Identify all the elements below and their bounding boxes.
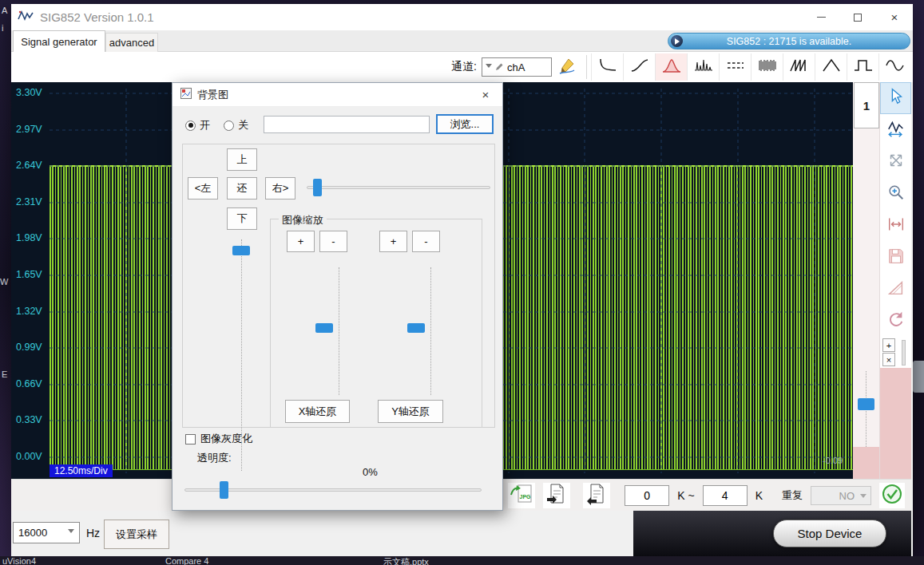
- slider-thumb[interactable]: [407, 323, 425, 333]
- tab-signal-generator[interactable]: Signal generator: [13, 30, 105, 52]
- close-button[interactable]: ×: [876, 4, 913, 30]
- dialog-close-button[interactable]: ×: [469, 83, 502, 106]
- tab-advanced[interactable]: advanced: [105, 33, 158, 52]
- save-tool-button[interactable]: [880, 242, 911, 274]
- x-zoom-slider[interactable]: [315, 266, 343, 398]
- repeat-label: 重复: [782, 488, 803, 503]
- ruler-tool-button[interactable]: [880, 274, 911, 306]
- slider-thumb[interactable]: [232, 246, 250, 255]
- move-up-button[interactable]: 上: [227, 148, 257, 171]
- trace-arrows-icon: [886, 119, 906, 141]
- slider-thumb[interactable]: [315, 323, 333, 333]
- taskbar-item[interactable]: Compare 4: [165, 556, 208, 565]
- waveform-pulse-button[interactable]: [847, 53, 878, 81]
- y-zoom-in-button[interactable]: +: [379, 231, 407, 252]
- stop-device-button[interactable]: Stop Device: [773, 520, 886, 547]
- edit-signal-button[interactable]: [555, 55, 579, 79]
- slider-thumb[interactable]: [220, 481, 228, 499]
- export-jpg-button[interactable]: JPG: [508, 483, 535, 508]
- pointer-tool-button[interactable]: [880, 82, 911, 114]
- x-zoom-in-button[interactable]: +: [287, 231, 315, 252]
- x-zoom-out-button[interactable]: -: [319, 231, 347, 252]
- horizontal-position-slider[interactable]: [307, 177, 490, 198]
- pencil-mini-icon: [495, 61, 504, 73]
- sidebar-slider-thumb[interactable]: [858, 398, 874, 410]
- scope-sidebar: 1 + ×: [853, 82, 911, 479]
- import-doc-button[interactable]: [583, 483, 610, 508]
- chevron-down-icon: [68, 529, 74, 536]
- browse-button[interactable]: 浏览...: [436, 114, 494, 134]
- bg-on-radio[interactable]: 开: [185, 118, 210, 132]
- zoom-plus-button[interactable]: +: [882, 338, 895, 352]
- check-circle-icon: [880, 482, 904, 509]
- cursor-readout: -0.09: [823, 456, 843, 465]
- channel-select[interactable]: chA: [482, 57, 552, 77]
- taskbar-item[interactable]: 示文稿.pptx: [383, 556, 429, 565]
- y-axis-reset-button[interactable]: Y轴还原: [378, 400, 443, 423]
- image-path-input[interactable]: [264, 116, 430, 133]
- waveform-noise-spike-button[interactable]: [687, 53, 719, 81]
- slider-track[interactable]: [430, 267, 431, 395]
- move-left-button[interactable]: <左: [188, 177, 218, 200]
- sample-rate-select[interactable]: 16000: [13, 522, 80, 543]
- maximize-button[interactable]: [839, 4, 876, 30]
- set-sampling-button[interactable]: 设置采样: [104, 520, 169, 549]
- waveform-sawtooth-button[interactable]: [783, 53, 815, 81]
- y-axis-label: 2.97V: [16, 124, 42, 135]
- sine-icon: [885, 57, 906, 77]
- move-down-button[interactable]: 下: [227, 207, 257, 230]
- taskbar-item[interactable]: uVision4: [2, 556, 36, 565]
- chevron-down-icon: [486, 64, 492, 71]
- dialog-title: 背景图: [197, 88, 228, 102]
- waveform-rise-curve-button[interactable]: [623, 53, 655, 81]
- channel-number-box[interactable]: 1: [854, 82, 879, 128]
- ruler-triangle-icon: [886, 279, 906, 301]
- waveform-gaussian-button[interactable]: [655, 53, 687, 81]
- slider-thumb[interactable]: [313, 179, 322, 196]
- window-title: SIG852 Version 1.0.1: [40, 10, 154, 24]
- opacity-value: 0%: [363, 466, 378, 478]
- waveform-triangle-button[interactable]: [815, 53, 847, 81]
- undo-tool-button[interactable]: [880, 306, 911, 338]
- move-reset-button[interactable]: 还: [227, 177, 257, 200]
- dc-dash-icon: [725, 57, 746, 77]
- expand-tool-button[interactable]: [880, 146, 911, 178]
- slider-track[interactable]: [184, 488, 482, 492]
- export-doc-button[interactable]: [543, 483, 570, 508]
- y-axis-label: 0.66V: [16, 378, 42, 389]
- y-axis-label: 3.30V: [16, 87, 42, 98]
- minimize-button[interactable]: [803, 4, 839, 30]
- grayscale-checkbox[interactable]: 图像灰度化: [185, 432, 252, 446]
- x-axis-reset-button[interactable]: X轴还原: [285, 400, 350, 423]
- title-bar[interactable]: SIG852 Version 1.0.1 ×: [11, 4, 913, 30]
- device-status-pill: SIG852 : 21715 is available.: [668, 33, 910, 49]
- device-status-text: SIG852 : 21715 is available.: [727, 36, 851, 47]
- svg-text:JPG: JPG: [520, 494, 532, 500]
- decay-curve-icon: [597, 57, 618, 77]
- y-zoom-out-button[interactable]: -: [412, 231, 440, 252]
- opacity-slider[interactable]: [184, 480, 482, 500]
- y-zoom-slider[interactable]: [406, 266, 435, 398]
- hz-label: Hz: [86, 527, 100, 539]
- slider-track[interactable]: [307, 186, 490, 189]
- desktop: A i W E SIG852 Version 1.0.1 × Signal ge…: [0, 0, 924, 565]
- waveform-dc-dash-button[interactable]: [719, 53, 751, 81]
- confirm-button[interactable]: [879, 483, 905, 508]
- waveform-sine-button[interactable]: [878, 53, 910, 81]
- range-end-input[interactable]: [703, 485, 748, 506]
- y-axis-label: 2.64V: [16, 160, 42, 171]
- zoom-close-button[interactable]: ×: [882, 353, 895, 366]
- repeat-select[interactable]: NO: [811, 486, 871, 505]
- os-taskbar[interactable]: uVision4 Compare 4 示文稿.pptx: [0, 556, 924, 565]
- dialog-title-bar[interactable]: 背景图 ×: [173, 83, 502, 107]
- waveform-decay-curve-button[interactable]: [591, 53, 623, 81]
- move-right-button[interactable]: 右>: [265, 177, 295, 200]
- zoom-tool-button[interactable]: [880, 178, 911, 210]
- bg-off-radio[interactable]: 关: [224, 118, 248, 132]
- waveform-noise-band-button[interactable]: [751, 53, 783, 81]
- mini-scrollbar[interactable]: [902, 340, 906, 365]
- stretch-tool-button[interactable]: [880, 210, 911, 242]
- range-start-input[interactable]: [625, 485, 669, 506]
- slider-track[interactable]: [339, 267, 339, 395]
- trace-edit-tool-button[interactable]: [880, 114, 911, 146]
